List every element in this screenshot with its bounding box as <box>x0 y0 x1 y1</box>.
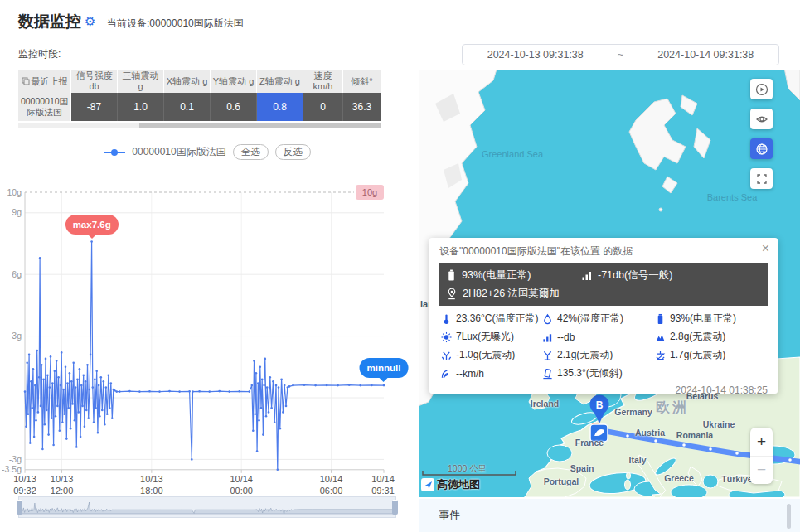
y-axis-cell: 0.6 <box>211 93 257 121</box>
signal-icon <box>581 269 593 281</box>
reading-battery: 93%(电量正常) <box>655 312 768 326</box>
banner-location: 2H82+26 法国莫爾加 <box>463 287 560 301</box>
reading-z-vibration: 1.7g(无震动) <box>655 348 768 362</box>
svg-text:-3.5g: -3.5g <box>2 464 22 474</box>
table-header: Z轴震动 g <box>257 70 303 93</box>
signal-cell: -87 <box>71 93 118 121</box>
min-value-marker: minnull <box>360 358 409 378</box>
device-icon[interactable] <box>590 424 608 442</box>
marker-letter: B <box>596 399 604 411</box>
table-header: 倾斜° <box>343 70 381 93</box>
chart-x-axis-labels: 10/1309:3210/1312:0010/1318:0010/1400:00… <box>0 474 415 497</box>
bay-of-biscay <box>547 445 572 462</box>
reading-temperature: 23.36°C(温度正常) <box>441 312 542 326</box>
current-device-label: 当前设备:00000010国际版法国 <box>107 17 244 31</box>
vibration-line-chart[interactable]: 10g9g6g3g-3g-3.5g10g <box>0 181 415 477</box>
copy-icon <box>22 77 30 85</box>
reading-tilt: 135.3°(无倾斜) <box>542 366 655 380</box>
location-data-popup: 设备"00000010国际版法国"在该位置 的数据 × 93%(电量正常) <box>429 238 778 394</box>
reading-vibration: 2.8g(无震动) <box>655 330 768 344</box>
x-axis-label: 10/1400:00 <box>230 474 253 497</box>
events-title: 事件 <box>439 508 460 523</box>
map-label-romania: Romania <box>676 430 714 440</box>
table-scrollbar-thumb[interactable] <box>139 123 381 128</box>
page: 数据监控 ⚙ 当前设备:00000010国际版法国 监控时段: 最近上报 信号强… <box>0 0 800 532</box>
invert-selection-button[interactable]: 反选 <box>275 144 311 160</box>
lux-icon <box>441 331 452 343</box>
reading-y-vibration: 2.1g(无震动) <box>542 348 655 362</box>
amap-logo-icon <box>421 478 434 491</box>
table-header: 速度 km/h <box>303 70 343 93</box>
svg-text:6g: 6g <box>12 269 22 279</box>
aegean-sea <box>703 475 718 488</box>
page-title: 数据监控 <box>18 11 81 32</box>
datazoom-left-handle[interactable] <box>17 500 22 515</box>
table-header: Y轴震动 g <box>211 70 257 93</box>
location-pin-icon <box>446 288 458 300</box>
x-axis-label: 10/1309:32 <box>13 474 36 497</box>
svg-text:10g: 10g <box>7 187 22 197</box>
monitor-period-label: 监控时段: <box>18 47 61 61</box>
banner-signal: -71db(信号一般) <box>598 268 672 283</box>
table-header: 信号强度 db <box>71 70 118 93</box>
x-axis-label: 10/1406:00 <box>320 474 343 497</box>
table-header-row: 最近上报 信号强度 db 三轴震动 g X轴震动 g Y轴震动 g Z轴震动 g… <box>18 70 381 93</box>
reading-lux: 7Lux(无曝光) <box>441 330 542 344</box>
chart-legend: 00000010国际版法国 全选 反选 <box>0 144 415 160</box>
play-track-button[interactable] <box>750 79 773 99</box>
chart-datazoom-slider[interactable] <box>18 496 396 518</box>
table-header-report: 最近上报 <box>18 70 71 93</box>
x-axis-label: 10/1409:31 <box>371 474 395 497</box>
tilt-icon <box>542 368 553 380</box>
x-axis-label: 10/1318:00 <box>140 474 163 497</box>
popup-readings-grid: 23.36°C(温度正常) 42%(湿度正常) 93%(电量正常) <box>441 312 768 380</box>
expand-icon <box>755 172 768 186</box>
banner-battery: 93%(电量正常) <box>462 268 531 283</box>
map-layer-button[interactable] <box>750 138 773 159</box>
zoom-out-button[interactable]: − <box>750 457 773 485</box>
fullscreen-button[interactable] <box>750 168 773 189</box>
select-all-button[interactable]: 全选 <box>233 144 269 160</box>
thermometer-icon <box>441 313 452 325</box>
table-header: X轴震动 g <box>164 70 211 93</box>
table-header: 三轴震动 g <box>118 70 164 93</box>
x-axis-cell: 0.1 <box>164 93 211 121</box>
gear-icon[interactable]: ⚙ <box>85 14 95 29</box>
x-axis-label: 10/1312:00 <box>51 474 74 497</box>
close-icon[interactable]: × <box>762 241 769 256</box>
map-attribution: 高德地图 <box>421 477 480 492</box>
humidity-icon <box>542 313 553 325</box>
zoom-in-button[interactable]: + <box>750 428 773 457</box>
table-row[interactable]: 00000010国际版法国 -87 1.0 0.1 0.6 0.8 0 36.3 <box>18 93 381 121</box>
y-vibration-icon <box>542 350 553 361</box>
datazoom-right-handle[interactable] <box>392 500 398 515</box>
svg-text:-3g: -3g <box>9 454 22 464</box>
visibility-button[interactable] <box>750 109 773 129</box>
map-scale-text: 1000 公里 <box>448 463 487 475</box>
reading-signal: --db <box>542 330 655 344</box>
date-range-picker[interactable]: 2024-10-13 09:31:38 ~ 2024-10-14 09:31:3… <box>462 44 779 65</box>
battery-icon <box>446 269 457 282</box>
play-icon <box>755 83 768 96</box>
popup-banner: 93%(电量正常) -71db(信号一般) <box>439 263 768 306</box>
triaxial-cell: 1.0 <box>118 93 164 121</box>
globe-icon <box>755 143 768 156</box>
reading-x-vibration: -1.0g(无震动) <box>441 348 542 362</box>
legend-series-label[interactable]: 00000010国际版法国 <box>132 145 225 159</box>
start-datetime[interactable]: 2024-10-13 09:31:38 <box>463 49 608 60</box>
speed-cell: 0 <box>303 93 343 121</box>
svg-text:9g: 9g <box>12 207 22 217</box>
events-scrollbar-thumb[interactable] <box>787 504 791 529</box>
legend-line-marker <box>104 152 125 153</box>
popup-timestamp: 2024-10-14 01:38:25 <box>439 384 768 396</box>
end-datetime[interactable]: 2024-10-14 09:31:38 <box>633 49 779 60</box>
speed-icon <box>441 368 452 380</box>
device-name-cell: 00000010国际版法国 <box>18 93 71 121</box>
reading-humidity: 42%(湿度正常) <box>542 312 655 326</box>
max-value-marker: max7.6g <box>65 215 119 235</box>
vibration-icon <box>655 331 666 343</box>
events-panel: 事件 <box>419 499 800 532</box>
z-axis-cell-highlighted: 0.8 <box>257 93 303 121</box>
x-vibration-icon <box>441 350 452 361</box>
range-separator: ~ <box>608 49 633 60</box>
